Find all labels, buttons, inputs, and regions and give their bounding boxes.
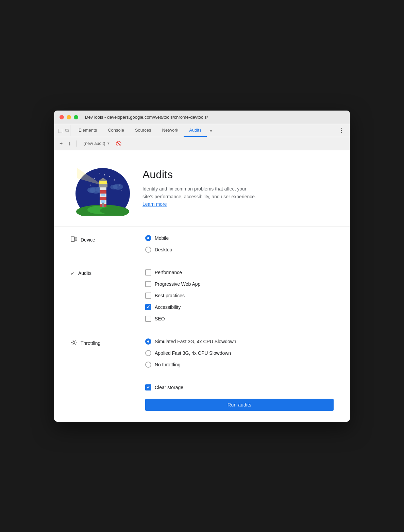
window-title: DevTools - developers.google.com/web/too… xyxy=(85,115,208,120)
simulated-3g-radio[interactable] xyxy=(145,338,151,345)
tabs-bar: ⬚ ⧉ Elements Console Sources Network Aud… xyxy=(54,124,350,137)
svg-point-3 xyxy=(114,179,115,180)
tab-audits[interactable]: Audits xyxy=(184,124,207,137)
pwa-label: Progressive Web App xyxy=(155,281,200,287)
gear-icon xyxy=(70,339,77,348)
seo-option[interactable]: SEO xyxy=(145,316,200,322)
best-practices-label: Best practices xyxy=(155,293,185,298)
devtools-window: DevTools - developers.google.com/web/too… xyxy=(54,111,350,422)
svg-point-11 xyxy=(87,187,96,193)
svg-rect-30 xyxy=(71,237,74,242)
svg-rect-19 xyxy=(100,190,106,194)
simulated-3g-option[interactable]: Simulated Fast 3G, 4x CPU Slowdown xyxy=(145,338,236,345)
chevron-down-icon: ▼ xyxy=(107,142,110,145)
lighthouse-illustration xyxy=(70,161,132,216)
tabs-overflow-button[interactable]: » xyxy=(207,124,215,136)
audits-header: Audits Identify and fix common problems … xyxy=(54,150,350,227)
minimize-button[interactable] xyxy=(67,115,71,119)
svg-rect-29 xyxy=(101,200,105,203)
device-mobile-option[interactable]: Mobile xyxy=(145,235,172,241)
audits-description-text: Identify and fix common problems that af… xyxy=(142,185,258,208)
audits-toolbar: + ↓ (new audit) ▼ 🚫 xyxy=(54,137,350,150)
audits-section-label: Audits xyxy=(78,270,91,276)
audits-section: ✓ Audits Performance Progressive Web App… xyxy=(54,261,350,330)
desktop-radio[interactable] xyxy=(145,247,151,253)
main-content: Audits Identify and fix common problems … xyxy=(54,150,350,422)
device-label: Device xyxy=(70,235,145,244)
svg-point-9 xyxy=(121,190,122,190)
device-icon xyxy=(70,236,77,244)
svg-rect-24 xyxy=(99,181,107,184)
svg-rect-20 xyxy=(100,197,106,200)
accessibility-label: Accessibility xyxy=(155,304,181,310)
svg-point-33 xyxy=(73,342,75,344)
seo-checkbox[interactable] xyxy=(145,316,151,322)
traffic-lights xyxy=(60,115,78,119)
clear-storage-checkbox[interactable] xyxy=(145,384,151,390)
bottom-section: Clear storage Run audits xyxy=(54,376,350,422)
svg-point-17 xyxy=(100,207,119,214)
svg-rect-28 xyxy=(101,194,105,196)
desktop-label: Desktop xyxy=(155,247,172,252)
throttling-label: Throttling xyxy=(70,338,145,348)
add-audit-button[interactable]: + xyxy=(58,139,64,148)
bottom-options: Clear storage Run audits xyxy=(145,384,334,411)
tab-elements[interactable]: Elements xyxy=(73,124,102,137)
pwa-option[interactable]: Progressive Web App xyxy=(145,281,200,287)
tab-tool-icons: ⬚ ⧉ xyxy=(57,125,70,136)
svg-point-7 xyxy=(109,176,110,177)
svg-rect-27 xyxy=(102,202,104,207)
best-practices-option[interactable]: Best practices xyxy=(145,293,200,299)
mobile-label: Mobile xyxy=(155,235,169,241)
audit-selector[interactable]: (new audit) ▼ xyxy=(81,139,113,147)
seo-label: SEO xyxy=(155,316,165,321)
stop-icon[interactable]: 🚫 xyxy=(116,141,121,146)
close-button[interactable] xyxy=(60,115,64,119)
no-throttling-label: No throttling xyxy=(155,362,180,367)
tab-sources[interactable]: Sources xyxy=(130,124,157,137)
svg-point-14 xyxy=(110,185,118,189)
performance-checkbox[interactable] xyxy=(145,269,151,276)
no-throttling-radio[interactable] xyxy=(145,362,151,368)
accessibility-checkbox[interactable] xyxy=(145,304,151,310)
pwa-checkbox[interactable] xyxy=(145,281,151,287)
svg-rect-31 xyxy=(75,238,77,241)
svg-point-1 xyxy=(94,178,95,179)
mobile-radio[interactable] xyxy=(145,235,151,241)
accessibility-option[interactable]: Accessibility xyxy=(145,304,200,310)
svg-point-4 xyxy=(90,184,91,185)
no-throttling-option[interactable]: No throttling xyxy=(145,362,236,368)
run-audits-button[interactable]: Run audits xyxy=(145,399,334,411)
applied-3g-label: Applied Fast 3G, 4x CPU Slowdown xyxy=(155,350,231,356)
tabs-menu-button[interactable]: ⋮ xyxy=(336,124,347,136)
device-icon[interactable]: ⧉ xyxy=(65,128,69,133)
clear-storage-option[interactable]: Clear storage xyxy=(145,384,334,390)
throttling-options: Simulated Fast 3G, 4x CPU Slowdown Appli… xyxy=(145,338,236,368)
device-section-label: Device xyxy=(81,237,95,243)
audits-options: Performance Progressive Web App Best pra… xyxy=(145,269,200,322)
applied-3g-radio[interactable] xyxy=(145,350,151,356)
maximize-button[interactable] xyxy=(74,115,78,119)
learn-more-link[interactable]: Learn more xyxy=(142,201,167,207)
svg-point-6 xyxy=(99,173,100,173)
device-desktop-option[interactable]: Desktop xyxy=(145,247,172,253)
applied-3g-option[interactable]: Applied Fast 3G, 4x CPU Slowdown xyxy=(145,350,236,356)
simulated-3g-label: Simulated Fast 3G, 4x CPU Slowdown xyxy=(155,339,236,344)
best-practices-checkbox[interactable] xyxy=(145,293,151,299)
performance-option[interactable]: Performance xyxy=(145,269,200,276)
titlebar: DevTools - developers.google.com/web/too… xyxy=(54,111,350,124)
cursor-icon[interactable]: ⬚ xyxy=(58,128,63,133)
device-options: Mobile Desktop xyxy=(145,235,172,253)
device-section: Device Mobile Desktop xyxy=(54,227,350,261)
tab-network[interactable]: Network xyxy=(157,124,184,137)
throttling-section: Throttling Simulated Fast 3G, 4x CPU Slo… xyxy=(54,330,350,376)
throttling-section-label: Throttling xyxy=(81,340,100,346)
download-button[interactable]: ↓ xyxy=(67,139,72,148)
tab-console[interactable]: Console xyxy=(102,124,130,137)
svg-point-2 xyxy=(104,174,105,175)
performance-label: Performance xyxy=(155,270,182,275)
toolbar-divider xyxy=(76,140,77,147)
audits-label: ✓ Audits xyxy=(70,269,145,277)
checkmark-icon: ✓ xyxy=(70,270,75,277)
audits-title: Audits xyxy=(142,168,258,181)
